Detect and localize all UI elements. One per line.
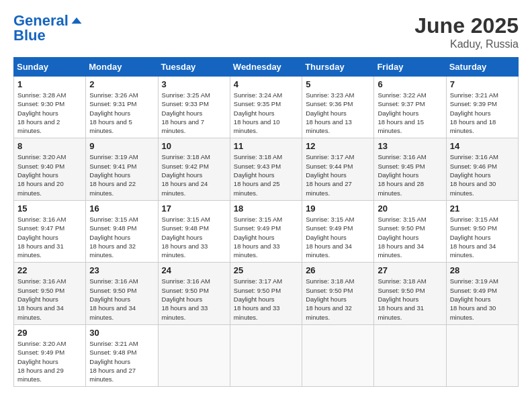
day-info: Sunrise: 3:16 AM Sunset: 9:46 PM Dayligh… [450,152,515,197]
day-info: Sunrise: 3:15 AM Sunset: 9:49 PM Dayligh… [234,215,298,259]
table-row: 14 Sunrise: 3:16 AM Sunset: 9:46 PM Dayl… [446,138,518,200]
day-info: Sunrise: 3:28 AM Sunset: 9:30 PM Dayligh… [17,91,82,135]
table-row: 15 Sunrise: 3:16 AM Sunset: 9:47 PM Dayl… [14,200,86,262]
table-row: 24 Sunrise: 3:16 AM Sunset: 9:50 PM Dayl… [158,263,230,324]
table-row [158,324,230,386]
col-thursday: Thursday [302,58,374,77]
table-row: 8 Sunrise: 3:20 AM Sunset: 9:40 PM Dayli… [14,138,86,200]
day-info: Sunrise: 3:21 AM Sunset: 9:39 PM Dayligh… [450,91,515,135]
day-number: 14 [450,141,515,151]
day-info: Sunrise: 3:15 AM Sunset: 9:50 PM Dayligh… [450,215,515,259]
page-header: General Blue June 2025 Kaduy, Russia [13,13,519,50]
location: Kaduy, Russia [414,38,519,50]
day-number: 21 [450,203,515,214]
calendar-row: 29 Sunrise: 3:20 AM Sunset: 9:49 PM Dayl… [14,324,519,386]
day-number: 18 [234,203,298,214]
table-row: 26 Sunrise: 3:18 AM Sunset: 9:50 PM Dayl… [302,263,374,324]
day-number: 10 [162,141,226,151]
logo-text-blue: Blue [13,28,83,43]
title-block: June 2025 Kaduy, Russia [414,13,519,50]
day-number: 7 [450,79,515,89]
logo-text: General [13,13,69,28]
logo: General Blue [13,13,83,43]
day-info: Sunrise: 3:22 AM Sunset: 9:37 PM Dayligh… [378,91,442,135]
day-number: 16 [89,203,154,214]
day-number: 25 [234,265,298,275]
day-number: 6 [378,79,442,89]
table-row: 3 Sunrise: 3:25 AM Sunset: 9:33 PM Dayli… [158,77,230,138]
table-row [446,324,518,386]
table-row: 18 Sunrise: 3:15 AM Sunset: 9:49 PM Dayl… [230,200,302,262]
day-info: Sunrise: 3:15 AM Sunset: 9:49 PM Dayligh… [306,215,370,259]
day-info: Sunrise: 3:21 AM Sunset: 9:48 PM Dayligh… [89,339,154,383]
calendar-table: Sunday Monday Tuesday Wednesday Thursday… [13,57,519,387]
day-info: Sunrise: 3:20 AM Sunset: 9:49 PM Dayligh… [17,339,82,383]
day-number: 2 [89,79,154,89]
day-info: Sunrise: 3:17 AM Sunset: 9:50 PM Dayligh… [234,277,298,321]
table-row: 13 Sunrise: 3:16 AM Sunset: 9:45 PM Dayl… [374,138,446,200]
day-info: Sunrise: 3:25 AM Sunset: 9:33 PM Dayligh… [162,91,226,135]
day-number: 24 [162,265,226,275]
day-info: Sunrise: 3:16 AM Sunset: 9:50 PM Dayligh… [17,277,82,321]
day-number: 19 [306,203,370,214]
col-saturday: Saturday [446,58,518,77]
day-info: Sunrise: 3:19 AM Sunset: 9:41 PM Dayligh… [89,152,154,197]
day-number: 4 [234,79,298,89]
table-row [230,324,302,386]
col-tuesday: Tuesday [158,58,230,77]
table-row: 21 Sunrise: 3:15 AM Sunset: 9:50 PM Dayl… [446,200,518,262]
day-info: Sunrise: 3:18 AM Sunset: 9:42 PM Dayligh… [162,152,226,197]
header-row: Sunday Monday Tuesday Wednesday Thursday… [14,58,519,77]
day-number: 23 [89,265,154,275]
day-info: Sunrise: 3:15 AM Sunset: 9:50 PM Dayligh… [378,215,442,259]
day-number: 9 [89,141,154,151]
day-info: Sunrise: 3:15 AM Sunset: 9:48 PM Dayligh… [162,215,226,259]
day-info: Sunrise: 3:16 AM Sunset: 9:50 PM Dayligh… [162,277,226,321]
day-number: 5 [306,79,370,89]
day-number: 8 [17,141,82,151]
table-row: 9 Sunrise: 3:19 AM Sunset: 9:41 PM Dayli… [86,138,158,200]
table-row: 23 Sunrise: 3:16 AM Sunset: 9:50 PM Dayl… [86,263,158,324]
day-number: 11 [234,141,298,151]
col-wednesday: Wednesday [230,58,302,77]
day-number: 29 [17,328,82,338]
calendar-row: 15 Sunrise: 3:16 AM Sunset: 9:47 PM Dayl… [14,200,519,262]
table-row: 19 Sunrise: 3:15 AM Sunset: 9:49 PM Dayl… [302,200,374,262]
col-friday: Friday [374,58,446,77]
table-row: 4 Sunrise: 3:24 AM Sunset: 9:35 PM Dayli… [230,77,302,138]
day-number: 3 [162,79,226,89]
day-info: Sunrise: 3:16 AM Sunset: 9:45 PM Dayligh… [378,152,442,197]
day-info: Sunrise: 3:17 AM Sunset: 9:44 PM Dayligh… [306,152,370,197]
day-number: 17 [162,203,226,214]
table-row: 29 Sunrise: 3:20 AM Sunset: 9:49 PM Dayl… [14,324,86,386]
day-info: Sunrise: 3:19 AM Sunset: 9:49 PM Dayligh… [450,277,515,321]
day-info: Sunrise: 3:23 AM Sunset: 9:36 PM Dayligh… [306,91,370,135]
day-number: 30 [89,328,154,338]
day-info: Sunrise: 3:15 AM Sunset: 9:48 PM Dayligh… [89,215,154,259]
col-sunday: Sunday [14,58,86,77]
table-row [302,324,374,386]
day-info: Sunrise: 3:26 AM Sunset: 9:31 PM Dayligh… [89,91,154,135]
day-number: 15 [17,203,82,214]
day-info: Sunrise: 3:16 AM Sunset: 9:50 PM Dayligh… [89,277,154,321]
month-title: June 2025 [414,13,519,38]
day-info: Sunrise: 3:16 AM Sunset: 9:47 PM Dayligh… [17,215,82,259]
col-monday: Monday [86,58,158,77]
calendar-row: 8 Sunrise: 3:20 AM Sunset: 9:40 PM Dayli… [14,138,519,200]
table-row: 2 Sunrise: 3:26 AM Sunset: 9:31 PM Dayli… [86,77,158,138]
table-row: 12 Sunrise: 3:17 AM Sunset: 9:44 PM Dayl… [302,138,374,200]
table-row: 11 Sunrise: 3:18 AM Sunset: 9:43 PM Dayl… [230,138,302,200]
day-number: 20 [378,203,442,214]
table-row: 10 Sunrise: 3:18 AM Sunset: 9:42 PM Dayl… [158,138,230,200]
day-info: Sunrise: 3:20 AM Sunset: 9:40 PM Dayligh… [17,152,82,197]
table-row: 6 Sunrise: 3:22 AM Sunset: 9:37 PM Dayli… [374,77,446,138]
table-row [374,324,446,386]
calendar-row: 1 Sunrise: 3:28 AM Sunset: 9:30 PM Dayli… [14,77,519,138]
table-row: 20 Sunrise: 3:15 AM Sunset: 9:50 PM Dayl… [374,200,446,262]
day-info: Sunrise: 3:18 AM Sunset: 9:50 PM Dayligh… [378,277,442,321]
table-row: 7 Sunrise: 3:21 AM Sunset: 9:39 PM Dayli… [446,77,518,138]
day-number: 28 [450,265,515,275]
day-info: Sunrise: 3:18 AM Sunset: 9:50 PM Dayligh… [306,277,370,321]
table-row: 16 Sunrise: 3:15 AM Sunset: 9:48 PM Dayl… [86,200,158,262]
day-number: 1 [17,79,82,89]
